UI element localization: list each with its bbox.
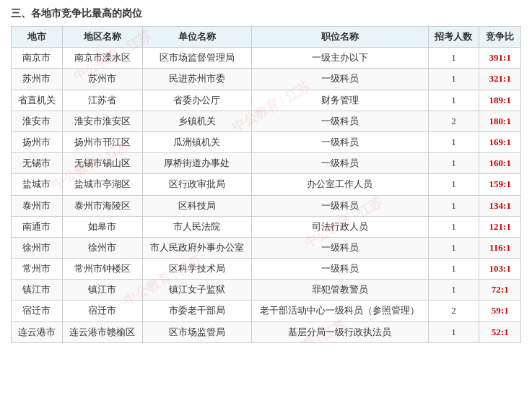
- cell-count: 1: [428, 216, 479, 237]
- cell-district: 常州市钟楼区: [62, 259, 142, 280]
- cell-district: 苏州市: [62, 69, 142, 90]
- cell-unit: 瓜洲镇机关: [142, 131, 251, 152]
- cell-city: 连云港市: [12, 321, 63, 342]
- cell-position: 一级科员: [251, 131, 428, 152]
- table-header-row: 地市 地区名称 单位名称 职位名称 招考人数 竞争比: [12, 27, 521, 48]
- cell-count: 1: [428, 90, 479, 111]
- cell-position: 办公室工作人员: [251, 174, 428, 195]
- table-row: 徐州市徐州市市人民政府外事办公室一级科员1116:1: [12, 237, 521, 258]
- table-container: 中公教育 | 江苏 中公教育 | 江苏 中公教育 | 江苏 中公教育 | 江苏 …: [11, 26, 521, 343]
- cell-count: 2: [428, 301, 479, 321]
- cell-city: 省直机关: [12, 90, 63, 111]
- competition-table: 地市 地区名称 单位名称 职位名称 招考人数 竞争比 南京市南京市溧水区区市场监…: [11, 26, 521, 343]
- cell-ratio: 121:1: [479, 216, 521, 237]
- cell-unit: 区科技局: [142, 195, 251, 216]
- cell-city: 徐州市: [12, 237, 63, 258]
- cell-ratio: 169:1: [479, 131, 521, 152]
- cell-unit: 厚桥街道办事处: [142, 153, 251, 174]
- cell-count: 1: [428, 321, 479, 342]
- cell-district: 如皋市: [62, 216, 142, 237]
- cell-district: 扬州市邗江区: [62, 131, 142, 152]
- cell-position: 一级科员: [251, 111, 428, 131]
- cell-ratio: 160:1: [479, 153, 521, 174]
- cell-unit: 区市场监督管理局: [142, 48, 251, 69]
- cell-city: 泰州市: [12, 195, 63, 216]
- cell-unit: 区科学技术局: [142, 259, 251, 280]
- cell-city: 南通市: [12, 216, 63, 237]
- cell-city: 盐城市: [12, 174, 63, 195]
- cell-district: 连云港市赣榆区: [62, 321, 142, 342]
- cell-ratio: 103:1: [479, 259, 521, 280]
- cell-ratio: 52:1: [479, 321, 521, 342]
- cell-ratio: 180:1: [479, 111, 521, 131]
- cell-district: 南京市溧水区: [62, 48, 142, 69]
- cell-unit: 区市场监管局: [142, 321, 251, 342]
- table-row: 南京市南京市溧水区区市场监督管理局一级主办以下1391:1: [12, 48, 521, 69]
- cell-position: 一级科员: [251, 195, 428, 216]
- cell-position: 一级主办以下: [251, 48, 428, 69]
- cell-ratio: 189:1: [479, 90, 521, 111]
- cell-ratio: 134:1: [479, 195, 521, 216]
- cell-district: 宿迁市: [62, 301, 142, 321]
- cell-ratio: 391:1: [479, 48, 521, 69]
- cell-unit: 区行政审批局: [142, 174, 251, 195]
- cell-district: 江苏省: [62, 90, 142, 111]
- cell-district: 盐城市亭湖区: [62, 174, 142, 195]
- cell-count: 1: [428, 69, 479, 90]
- cell-district: 镇江市: [62, 280, 142, 301]
- cell-count: 1: [428, 259, 479, 280]
- table-row: 泰州市泰州市海陵区区科技局一级科员1134:1: [12, 195, 521, 216]
- cell-ratio: 321:1: [479, 69, 521, 90]
- section-title: 三、各地市竞争比最高的岗位: [11, 7, 521, 20]
- cell-position: 一级科员: [251, 259, 428, 280]
- cell-district: 泰州市海陵区: [62, 195, 142, 216]
- cell-count: 2: [428, 111, 479, 131]
- table-row: 常州市常州市钟楼区区科学技术局一级科员1103:1: [12, 259, 521, 280]
- header-unit: 单位名称: [142, 27, 251, 48]
- cell-unit: 市人民法院: [142, 216, 251, 237]
- table-row: 南通市如皋市市人民法院司法行政人员1121:1: [12, 216, 521, 237]
- cell-unit: 镇江女子监狱: [142, 280, 251, 301]
- cell-unit: 乡镇机关: [142, 111, 251, 131]
- table-row: 镇江市镇江市镇江女子监狱罪犯管教警员172:1: [12, 280, 521, 301]
- cell-position: 基层分局一级行政执法员: [251, 321, 428, 342]
- cell-position: 一级科员: [251, 153, 428, 174]
- table-row: 淮安市淮安市淮安区乡镇机关一级科员2180:1: [12, 111, 521, 131]
- cell-ratio: 159:1: [479, 174, 521, 195]
- table-row: 扬州市扬州市邗江区瓜洲镇机关一级科员1169:1: [12, 131, 521, 152]
- table-row: 苏州市苏州市民进苏州市委一级科员1321:1: [12, 69, 521, 90]
- cell-unit: 市人民政府外事办公室: [142, 237, 251, 258]
- cell-count: 1: [428, 195, 479, 216]
- cell-position: 罪犯管教警员: [251, 280, 428, 301]
- table-row: 无锡市无锡市锡山区厚桥街道办事处一级科员1160:1: [12, 153, 521, 174]
- table-row: 宿迁市宿迁市市委老干部局老干部活动中心一级科员（参照管理）259:1: [12, 301, 521, 321]
- cell-unit: 民进苏州市委: [142, 69, 251, 90]
- cell-city: 苏州市: [12, 69, 63, 90]
- cell-district: 徐州市: [62, 237, 142, 258]
- cell-ratio: 116:1: [479, 237, 521, 258]
- cell-count: 1: [428, 237, 479, 258]
- cell-position: 司法行政人员: [251, 216, 428, 237]
- table-row: 盐城市盐城市亭湖区区行政审批局办公室工作人员1159:1: [12, 174, 521, 195]
- cell-city: 宿迁市: [12, 301, 63, 321]
- cell-count: 1: [428, 48, 479, 69]
- cell-count: 1: [428, 174, 479, 195]
- header-count: 招考人数: [428, 27, 479, 48]
- header-position: 职位名称: [251, 27, 428, 48]
- cell-position: 一级科员: [251, 69, 428, 90]
- cell-unit: 市委老干部局: [142, 301, 251, 321]
- table-row: 连云港市连云港市赣榆区区市场监管局基层分局一级行政执法员152:1: [12, 321, 521, 342]
- cell-count: 1: [428, 153, 479, 174]
- cell-count: 1: [428, 280, 479, 301]
- cell-position: 老干部活动中心一级科员（参照管理）: [251, 301, 428, 321]
- cell-count: 1: [428, 131, 479, 152]
- cell-city: 扬州市: [12, 131, 63, 152]
- cell-ratio: 59:1: [479, 301, 521, 321]
- cell-district: 淮安市淮安区: [62, 111, 142, 131]
- cell-position: 一级科员: [251, 237, 428, 258]
- cell-position: 财务管理: [251, 90, 428, 111]
- header-district: 地区名称: [62, 27, 142, 48]
- cell-city: 淮安市: [12, 111, 63, 131]
- table-row: 省直机关江苏省省委办公厅财务管理1189:1: [12, 90, 521, 111]
- header-ratio: 竞争比: [479, 27, 521, 48]
